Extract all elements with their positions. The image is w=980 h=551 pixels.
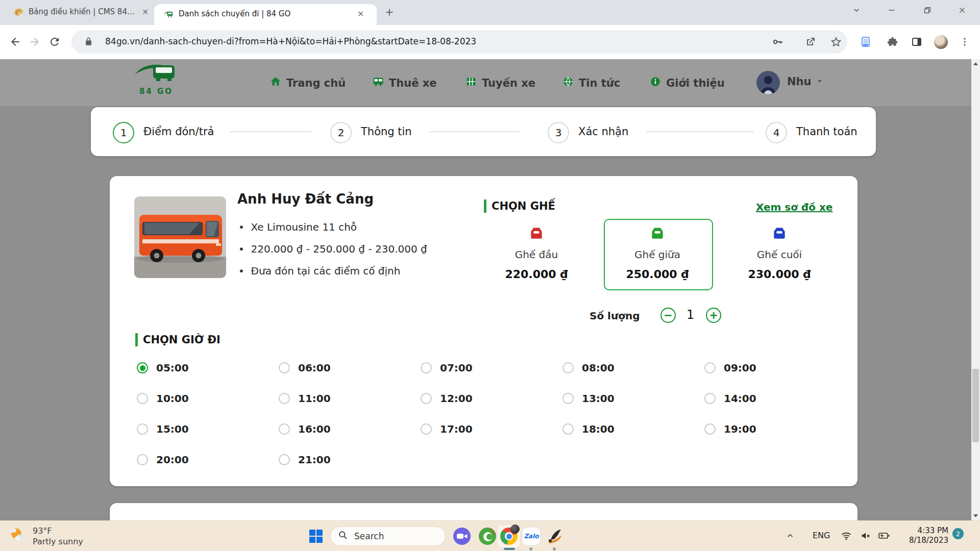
time-option[interactable]: 19:00 (704, 414, 846, 444)
nav-item-home[interactable]: Trang chủ (270, 76, 346, 90)
radio[interactable] (562, 362, 574, 373)
page-scrollbar[interactable] (971, 59, 980, 520)
radio[interactable] (279, 454, 290, 465)
window-minimize-icon[interactable] (884, 3, 899, 18)
radio[interactable] (421, 362, 432, 373)
radio[interactable] (421, 393, 432, 404)
language-indicator[interactable]: ENG (813, 531, 830, 540)
seat-option-rear[interactable]: Ghế cuối 230.000 ₫ (736, 225, 823, 281)
forward-icon[interactable] (29, 36, 41, 50)
radio[interactable] (137, 393, 148, 404)
time-option[interactable]: 18:00 (562, 414, 704, 444)
scroll-up-icon[interactable] (973, 62, 978, 66)
nav-label: Tin tức (579, 77, 620, 89)
user-avatar[interactable] (756, 71, 780, 94)
time-option[interactable]: 06:00 (279, 353, 421, 383)
tab-trip-list[interactable]: Danh sách chuyến đi | 84 GO × (154, 4, 377, 25)
radio[interactable] (137, 423, 148, 435)
radio[interactable] (279, 362, 290, 373)
tab-cms-dashboard[interactable]: Bảng điều khiển | CMS 84 GO × (5, 0, 154, 25)
time-option[interactable]: 13:00 (562, 383, 704, 414)
seat-option-front[interactable]: Ghế đầu 220.000 ₫ (493, 225, 580, 281)
green-bar (484, 199, 486, 213)
taskbar-search[interactable]: Search (330, 527, 446, 546)
time-option[interactable]: 16:00 (279, 414, 421, 444)
time-option[interactable]: 21:00 (279, 444, 421, 475)
time-option[interactable]: 15:00 (137, 414, 279, 444)
radio[interactable] (704, 362, 716, 373)
trip-name: Anh Huy Đất Cảng (237, 191, 374, 207)
radio[interactable] (137, 454, 148, 465)
profile-avatar[interactable] (934, 35, 948, 49)
nav-item-about[interactable]: Giới thiệu (649, 76, 725, 90)
time-option[interactable]: 12:00 (421, 383, 562, 414)
radio[interactable] (562, 393, 574, 404)
radio[interactable] (421, 423, 432, 435)
time-option[interactable]: 20:00 (137, 444, 279, 475)
seat-tray-icon (649, 225, 666, 241)
reload-icon[interactable] (48, 36, 61, 50)
green-bar (135, 333, 138, 346)
time-option[interactable]: 10:00 (137, 383, 279, 414)
radio[interactable] (704, 423, 716, 435)
battery-charging-icon[interactable] (876, 528, 892, 544)
weather-widget[interactable]: 93°FPartly sunny (7, 525, 83, 547)
bookmark-star-icon[interactable] (830, 36, 842, 50)
wifi-icon[interactable] (838, 528, 854, 544)
screen: Bảng điều khiển | CMS 84 GO × Danh sách … (0, 0, 980, 551)
time-option[interactable]: 05:00 (137, 353, 279, 383)
clock-widget[interactable]: 4:33 PM 8/18/2023 (899, 526, 948, 545)
tray-chevron-up-icon[interactable] (782, 528, 798, 544)
quantity-plus-button[interactable]: + (706, 308, 721, 323)
zalo-app-icon[interactable]: Zalo (522, 527, 541, 546)
radio[interactable] (279, 423, 290, 435)
video-chat-app-icon[interactable] (452, 527, 472, 546)
address-bar[interactable]: 84go.vn/danh-sach-chuyen-di?from=Hà+Nội&… (71, 30, 847, 54)
seat-label: Ghế giữa (614, 248, 701, 261)
seat-option-middle[interactable]: Ghế giữa 250.000 ₫ (614, 225, 701, 281)
nav-item-rent-bus[interactable]: Thuê xe (372, 76, 437, 90)
notification-badge[interactable]: 2 (952, 528, 964, 539)
site-logo[interactable]: 84 GO (134, 61, 179, 96)
nav-label: Trang chủ (286, 77, 346, 89)
radio-selected[interactable] (137, 362, 148, 373)
step-1-label: Điểm đón/trả (143, 126, 214, 138)
time-option[interactable]: 07:00 (421, 353, 562, 383)
zalo-running-dot (529, 547, 532, 550)
start-button[interactable] (306, 527, 326, 546)
radio[interactable] (562, 423, 574, 435)
quantity-minus-button[interactable]: − (660, 308, 676, 323)
chrome-app-icon[interactable] (499, 527, 519, 546)
volume-muted-icon[interactable] (857, 528, 874, 544)
time-option[interactable]: 14:00 (704, 383, 846, 414)
pen-app-icon[interactable] (545, 527, 565, 546)
side-panel-icon[interactable] (911, 36, 923, 50)
password-key-icon[interactable] (772, 36, 784, 50)
docs-extension-icon[interactable] (860, 36, 872, 50)
window-close-icon[interactable] (954, 3, 970, 18)
time-option[interactable]: 11:00 (279, 383, 421, 414)
nav-item-routes[interactable]: Tuyến xe (465, 76, 535, 90)
radio[interactable] (704, 393, 716, 404)
trip-detail: • Đưa đón tại các điểm cố định (238, 265, 400, 277)
tab-search-chevron-icon[interactable] (849, 3, 864, 18)
browser-menu-icon[interactable] (959, 36, 971, 50)
coccoc-browser-icon[interactable] (478, 527, 497, 546)
nav-item-news[interactable]: Tin tức (562, 76, 620, 90)
radio[interactable] (279, 393, 290, 404)
scroll-down-icon[interactable] (973, 514, 978, 518)
close-tab-icon[interactable]: × (142, 7, 149, 16)
share-icon[interactable] (804, 36, 817, 50)
scrollbar-thumb[interactable] (972, 369, 979, 442)
seat-price: 230.000 ₫ (736, 268, 823, 281)
window-restore-icon[interactable] (920, 3, 935, 18)
time-option[interactable]: 17:00 (421, 414, 562, 444)
user-menu[interactable]: Nhu (787, 76, 824, 88)
time-option[interactable]: 08:00 (562, 353, 704, 383)
extensions-puzzle-icon[interactable] (886, 36, 898, 50)
close-tab-icon[interactable]: × (357, 9, 364, 18)
seat-map-link[interactable]: Xem sơ đồ xe (756, 201, 832, 213)
back-icon[interactable] (9, 36, 21, 50)
time-option[interactable]: 09:00 (704, 353, 846, 383)
new-tab-icon[interactable] (384, 7, 395, 20)
